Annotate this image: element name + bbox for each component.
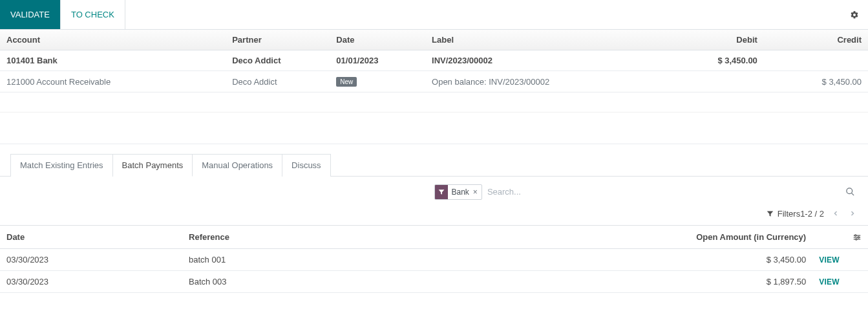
statusbar: Validate To Check [0, 0, 868, 30]
tab-match-existing-entries[interactable]: Match Existing Entries [10, 154, 113, 177]
table-row[interactable]: 121000 Account Receivable Deco Addict Ne… [0, 71, 868, 92]
spacer-band [0, 92, 868, 144]
table-row[interactable]: 101401 Bank Deco Addict 01/01/2023 INV/2… [0, 50, 868, 71]
view-link[interactable]: VIEW [819, 277, 840, 286]
view-link[interactable]: VIEW [819, 255, 840, 265]
chevron-left-icon [832, 210, 840, 217]
svg-point-6 [858, 236, 859, 237]
table-row[interactable]: 03/30/2023 Batch 003 $ 1,897.50 VIEW [0, 271, 868, 293]
chip-label: Bank [448, 186, 471, 198]
col-open-amount[interactable]: Open Amount (in Currency) [622, 226, 812, 249]
col-account[interactable]: Account [0, 30, 226, 50]
chevron-right-icon [849, 210, 856, 217]
tabs: Match Existing Entries Batch Payments Ma… [10, 153, 858, 176]
search-input[interactable] [482, 183, 843, 200]
filters-row: Filters 1-2 / 2 [0, 200, 868, 225]
cell-debit [660, 71, 764, 92]
cell-credit: $ 3,450.00 [764, 71, 868, 92]
close-icon: × [473, 188, 478, 197]
col-date[interactable]: Date [0, 226, 182, 249]
svg-line-1 [851, 193, 854, 195]
batch-payments-table: Date Reference Open Amount (in Currency)… [0, 225, 868, 293]
tabs-container: Match Existing Entries Batch Payments Ma… [0, 144, 868, 177]
search-box: Bank × [434, 183, 858, 200]
filters-button[interactable]: Filters [767, 209, 800, 219]
cell-open-amount: $ 1,897.50 [622, 271, 812, 293]
cell-empty [846, 271, 868, 293]
search-icon [845, 187, 855, 197]
pager: 1-2 / 2 [800, 208, 858, 219]
chip-remove-button[interactable]: × [471, 188, 482, 197]
cell-label: INV/2023/00002 [425, 50, 660, 71]
cell-date: 01/01/2023 [330, 50, 425, 71]
col-reference[interactable]: Reference [182, 226, 622, 249]
cell-date: New [330, 71, 425, 92]
new-badge: New [336, 77, 357, 87]
col-label[interactable]: Label [425, 30, 660, 50]
cell-account: 101401 Bank [0, 50, 226, 71]
table-header-row: Account Partner Date Label Debit Credit [0, 30, 868, 50]
cell-date: 03/30/2023 [0, 249, 182, 271]
spacer [125, 0, 841, 29]
cell-reference: batch 001 [182, 249, 622, 271]
col-debit[interactable]: Debit [660, 30, 764, 50]
col-view [812, 226, 846, 249]
pager-next-button[interactable] [847, 208, 858, 219]
cell-account: 121000 Account Receivable [0, 71, 226, 92]
cell-view: VIEW [812, 249, 846, 271]
pager-text[interactable]: 1-2 / 2 [800, 209, 824, 219]
validate-button[interactable]: Validate [0, 0, 60, 29]
tab-batch-payments[interactable]: Batch Payments [113, 154, 193, 177]
filters-label: Filters [778, 209, 800, 219]
search-row: Bank × [0, 177, 868, 200]
gear-icon [850, 10, 859, 19]
search-button[interactable] [843, 187, 858, 197]
col-settings[interactable] [846, 226, 868, 249]
cell-reference: Batch 003 [182, 271, 622, 293]
col-credit[interactable]: Credit [764, 30, 868, 50]
cell-view: VIEW [812, 271, 846, 293]
cell-empty [846, 249, 868, 271]
cell-debit: $ 3,450.00 [660, 50, 764, 71]
journal-lines-table: Account Partner Date Label Debit Credit … [0, 30, 868, 92]
svg-point-5 [855, 234, 856, 235]
pager-prev-button[interactable] [831, 208, 841, 219]
cell-partner: Deco Addict [226, 50, 330, 71]
funnel-icon [435, 185, 448, 199]
funnel-icon [767, 210, 774, 217]
col-partner[interactable]: Partner [226, 30, 330, 50]
tab-discuss[interactable]: Discuss [282, 154, 331, 177]
settings-button[interactable] [841, 0, 868, 29]
cell-open-amount: $ 3,450.00 [622, 249, 812, 271]
to-check-button[interactable]: To Check [60, 0, 125, 29]
cell-date: 03/30/2023 [0, 271, 182, 293]
cell-credit [764, 50, 868, 71]
tab-manual-operations[interactable]: Manual Operations [193, 154, 282, 177]
svg-point-0 [847, 188, 852, 194]
svg-point-7 [856, 238, 857, 239]
table-row[interactable]: 03/30/2023 batch 001 $ 3,450.00 VIEW [0, 249, 868, 271]
cell-partner: Deco Addict [226, 71, 330, 92]
table-header-row: Date Reference Open Amount (in Currency) [0, 226, 868, 249]
search-filter-chip: Bank × [434, 184, 482, 200]
col-date[interactable]: Date [330, 30, 425, 50]
sliders-icon [852, 233, 862, 242]
cell-label: Open balance: INV/2023/00002 [425, 71, 660, 92]
